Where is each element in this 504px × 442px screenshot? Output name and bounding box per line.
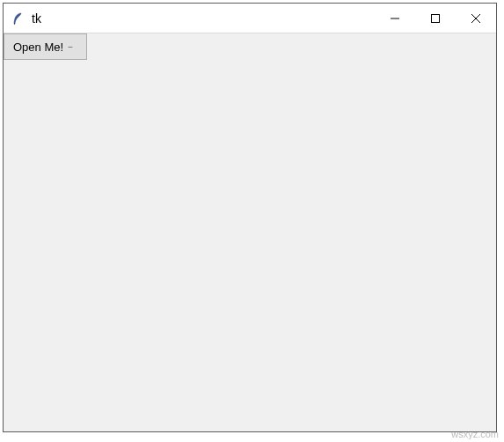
close-button[interactable] — [456, 4, 496, 33]
close-icon — [471, 14, 480, 23]
window-title: tk — [32, 11, 375, 26]
menu-indicator-icon: − — [67, 42, 74, 52]
maximize-button[interactable] — [415, 4, 456, 33]
watermark: wsxyz.com — [451, 429, 499, 439]
minimize-icon — [391, 14, 399, 23]
client-area: Open Me! − — [4, 33, 496, 431]
open-me-button-label: Open Me! — [13, 41, 63, 54]
open-me-button[interactable]: Open Me! − — [4, 33, 87, 60]
titlebar-controls — [375, 4, 496, 33]
svg-rect-1 — [432, 14, 440, 22]
app-window: tk Open Me! − — [3, 3, 497, 432]
feather-icon — [11, 11, 25, 26]
titlebar: tk — [4, 4, 496, 33]
minimize-button[interactable] — [375, 4, 415, 33]
maximize-icon — [431, 14, 440, 23]
